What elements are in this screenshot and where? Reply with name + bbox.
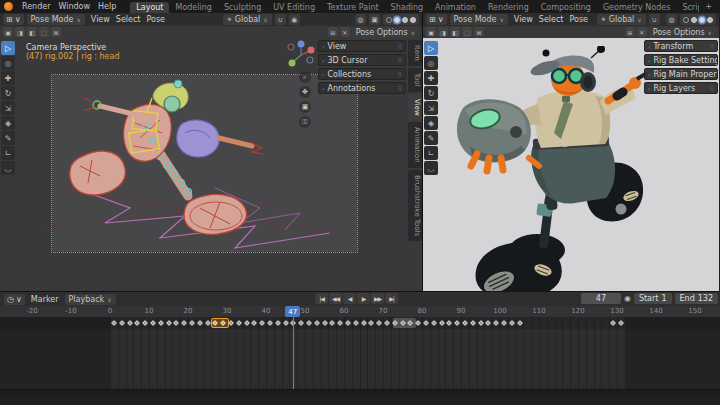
select-extend-icon[interactable]: ◨ [438,27,448,37]
keyframe-79[interactable] [415,320,421,326]
keyframe-51[interactable] [306,320,312,326]
transform-tool[interactable]: ◈ [424,116,438,130]
panel-header-annotations[interactable]: ›Annotations⠿ [318,82,406,94]
playhead[interactable] [293,306,294,389]
close-icon[interactable]: ✕ [637,27,647,37]
move-tool[interactable]: ✚ [1,71,15,85]
mode-dropdown[interactable]: Pose Mode ∨ [450,14,508,25]
sidebar-tab-view[interactable]: View [408,94,422,121]
sidebar-tab-item[interactable]: Item [408,40,422,66]
keyframe-63[interactable] [353,320,359,326]
keyframe-97[interactable] [485,320,491,326]
keyframe-11[interactable] [150,320,156,326]
menu-select[interactable]: Select [536,15,567,24]
pose-tool[interactable]: ◡ [1,161,15,175]
keyframe-91[interactable] [462,320,468,326]
workspace-tab-layout[interactable]: Layout [130,2,169,13]
scale-tool[interactable]: ⇲ [1,101,15,115]
workspace-tab-shading[interactable]: Shading [385,2,430,13]
xray-icon[interactable]: ▣ [369,14,380,25]
transform-orientation-dropdown[interactable]: ⌖ Global ∨ [223,14,271,25]
workspace-tab-modeling[interactable]: Modeling [169,2,217,13]
transform-orientation-dropdown[interactable]: ⌖ Global ∨ [597,14,645,25]
snap-magnet-icon[interactable]: ∪ [649,14,660,25]
jump-to-start-button[interactable]: |◀ [315,293,328,304]
select-intersect-icon[interactable]: ⊠ [51,27,61,37]
grid-icon[interactable]: ⊞ [625,27,635,37]
workspace-tab-geometry-nodes[interactable]: Geometry Nodes [597,2,676,13]
keyframe-49[interactable] [298,320,304,326]
rotate-tool[interactable]: ↻ [424,86,438,100]
material-shading-icon[interactable] [402,17,408,23]
menu-pose[interactable]: Pose [144,15,169,24]
sidebar-tab-brushstroke-tools[interactable]: Brushstroke Tools [408,170,422,241]
menu-pose[interactable]: Pose [567,15,592,24]
keyframe-53[interactable] [314,320,320,326]
sidebar-tab-animation[interactable]: Animation [408,122,422,168]
annotate-tool[interactable]: ✎ [424,131,438,145]
shading-mode-switch[interactable] [383,14,419,25]
keyframe-99[interactable] [493,320,499,326]
editor-type-button[interactable]: ⊞ ∨ [3,14,24,25]
keyframe-65[interactable] [361,320,367,326]
playhead-frame-label[interactable]: 47 [285,306,300,317]
select-new-icon[interactable]: ▣ [3,27,13,37]
annotate-tool[interactable]: ✎ [1,131,15,145]
auto-key-record-icon[interactable]: ◉ [624,294,631,303]
wireframe-shading-icon[interactable] [386,17,392,23]
cursor-tool[interactable]: ◎ [1,56,15,70]
panel-header-view[interactable]: ›View⠿ [318,40,406,52]
select-box-tool[interactable]: ▷ [1,41,15,55]
keyframe-95[interactable] [478,320,484,326]
camera-viewport-canvas[interactable]: ▷◎✚↻⇲◈✎∟◡ Camera Perspective (47) rig.00… [0,38,422,291]
select-intersect-icon[interactable]: ⊠ [474,27,484,37]
overlays-icon[interactable]: ◍ [355,14,366,25]
current-frame-field[interactable]: 47 [581,293,621,304]
mode-dropdown[interactable]: Pose Mode ∨ [27,14,85,25]
keyframe-83[interactable] [431,320,437,326]
keyframe-3[interactable] [119,320,125,326]
wireframe-shading-icon[interactable] [683,17,689,23]
rendered-shading-icon[interactable] [410,17,416,23]
cursor-tool[interactable]: ◎ [424,56,438,70]
keyframe-9[interactable] [142,320,148,326]
keyframe-5[interactable] [127,320,133,326]
keyframe-23[interactable] [197,320,203,326]
camera-view-icon[interactable]: ▣ [299,101,311,113]
editor-type-button[interactable]: ◷ ∨ [4,294,25,305]
measure-tool[interactable]: ∟ [1,146,15,160]
select-subtract-icon[interactable]: ◧ [27,27,37,37]
lock-icon[interactable]: ⚿ [299,116,311,128]
workspace-tab-compositing[interactable]: Compositing [535,2,597,13]
next-keyframe-button[interactable]: ▶▶ [371,293,384,304]
rotate-tool[interactable]: ↻ [1,86,15,100]
keyframe-15[interactable] [166,320,172,326]
keyframe-85[interactable] [439,320,445,326]
end-frame-field[interactable]: End 132 [675,293,718,304]
keyframe-105[interactable] [517,320,523,326]
solid-shading-icon[interactable] [691,17,697,23]
keyframe-67[interactable] [368,320,374,326]
keyframe-131[interactable] [618,320,624,326]
workspace-tab-sculpting[interactable]: Sculpting [218,2,267,13]
workspace-tab-scripting[interactable]: Scripting [676,2,699,13]
keyframe-89[interactable] [454,320,460,326]
keyframe-41[interactable] [267,320,273,326]
select-box-tool[interactable]: ▷ [424,41,438,55]
workspace-tab-uv-editing[interactable]: UV Editing [267,2,321,13]
keyframe-69[interactable] [376,320,382,326]
playback-dropdown[interactable]: Playback ∨ [65,294,116,305]
proportional-edit-icon[interactable]: ◉ [289,14,300,25]
solid-shading-icon[interactable] [394,17,400,23]
keyframe-19[interactable] [181,320,187,326]
start-frame-field[interactable]: Start 1 [634,293,672,304]
keyframe-129[interactable] [610,320,616,326]
panel-header-collections[interactable]: ›Collections⠿ [318,68,406,80]
marker-menu[interactable]: Marker [28,295,62,304]
pose-options-dropdown[interactable]: Pose Options ∨ [649,27,716,38]
menu-select[interactable]: Select [113,15,144,24]
panel-header-3d-cursor[interactable]: ›3D Cursor⠿ [318,54,406,66]
snap-magnet-icon[interactable]: ∪ [275,14,286,25]
overlays-icon[interactable]: ◍ [666,14,677,25]
keyframe-61[interactable] [345,320,351,326]
